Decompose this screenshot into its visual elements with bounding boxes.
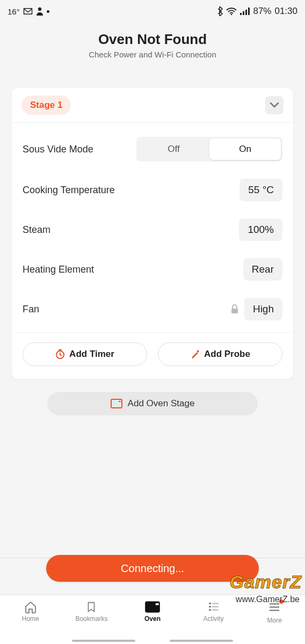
sous-vide-off[interactable]: Off bbox=[138, 138, 209, 160]
svg-rect-21 bbox=[270, 610, 279, 611]
svg-point-8 bbox=[197, 350, 199, 353]
sous-vide-row: Sous Vide Mode Off On bbox=[12, 123, 293, 171]
svg-rect-15 bbox=[209, 606, 211, 608]
svg-rect-17 bbox=[209, 609, 211, 611]
fan-value[interactable]: High bbox=[244, 298, 282, 320]
svg-rect-10 bbox=[119, 401, 121, 402]
status-battery: 87% bbox=[253, 6, 271, 17]
add-probe-button[interactable]: Add Probe bbox=[158, 342, 282, 366]
status-bar: 16° 87% 01:30 bbox=[0, 0, 305, 23]
add-timer-label: Add Timer bbox=[69, 349, 114, 360]
add-oven-stage-label: Add Oven Stage bbox=[128, 398, 195, 409]
add-probe-label: Add Probe bbox=[204, 349, 250, 360]
gmail-icon bbox=[23, 8, 33, 15]
card-footer: Add Timer Add Probe bbox=[12, 332, 293, 379]
svg-rect-2 bbox=[240, 13, 242, 15]
gesture-bar bbox=[72, 640, 233, 642]
bluetooth-icon bbox=[216, 6, 223, 16]
notification-dot-icon bbox=[47, 10, 49, 13]
status-time: 01:30 bbox=[274, 6, 297, 17]
svg-point-0 bbox=[38, 8, 41, 11]
heating-value[interactable]: Rear bbox=[243, 258, 282, 281]
cooking-temp-row: Cooking Temperature 55 °C bbox=[12, 171, 293, 211]
home-icon bbox=[24, 601, 38, 613]
nav-activity-label: Activity bbox=[204, 615, 224, 623]
nav-activity[interactable]: Activity bbox=[190, 601, 238, 623]
status-left: 16° bbox=[8, 7, 49, 16]
stage-header: Stage 1 bbox=[12, 88, 293, 123]
connecting-button[interactable]: Connecting... bbox=[46, 555, 259, 582]
svg-rect-11 bbox=[145, 602, 160, 613]
cooking-temp-value[interactable]: 55 °C bbox=[239, 179, 282, 201]
bookmark-icon bbox=[85, 601, 97, 613]
page-header: Oven Not Found Check Power and Wi-Fi Con… bbox=[0, 23, 305, 64]
status-temp: 16° bbox=[8, 7, 20, 16]
svg-rect-12 bbox=[156, 603, 159, 605]
fan-row: Fan High bbox=[12, 290, 293, 332]
svg-rect-13 bbox=[209, 603, 211, 604]
page-title: Oven Not Found bbox=[0, 31, 305, 48]
oven-nav-icon bbox=[144, 601, 161, 613]
svg-rect-4 bbox=[245, 10, 247, 15]
nav-bookmarks-label: Bookmarks bbox=[75, 615, 107, 623]
svg-rect-6 bbox=[231, 309, 238, 313]
nav-home[interactable]: Home bbox=[6, 601, 55, 623]
svg-rect-5 bbox=[248, 8, 250, 15]
svg-rect-14 bbox=[212, 603, 219, 604]
nav-more-label: More bbox=[267, 617, 282, 624]
nav-more-badge bbox=[267, 601, 281, 615]
collapse-button[interactable] bbox=[265, 96, 284, 114]
lock-icon bbox=[230, 304, 239, 314]
probe-icon bbox=[190, 349, 200, 359]
svg-point-1 bbox=[231, 13, 233, 15]
svg-rect-3 bbox=[243, 11, 244, 15]
stage-badge[interactable]: Stage 1 bbox=[21, 96, 71, 115]
activity-icon bbox=[207, 601, 220, 613]
nav-oven[interactable]: Oven bbox=[128, 601, 177, 623]
chevron-down-icon bbox=[270, 102, 279, 108]
svg-rect-20 bbox=[270, 606, 279, 608]
sous-vide-on[interactable]: On bbox=[209, 138, 281, 160]
nav-oven-label: Oven bbox=[144, 615, 161, 623]
heating-row: Heating Element Rear bbox=[12, 251, 293, 290]
add-oven-stage-button[interactable]: Add Oven Stage bbox=[47, 392, 258, 415]
person-icon bbox=[36, 7, 43, 16]
page-subtitle: Check Power and Wi-Fi Connection bbox=[0, 50, 305, 59]
svg-rect-18 bbox=[212, 609, 219, 611]
fan-label: Fan bbox=[23, 304, 39, 315]
connecting-label: Connecting... bbox=[121, 562, 184, 575]
steam-value[interactable]: 100% bbox=[239, 218, 282, 241]
menu-icon bbox=[267, 601, 281, 613]
svg-rect-16 bbox=[212, 606, 219, 608]
sous-vide-label: Sous Vide Mode bbox=[23, 144, 93, 155]
steam-row: Steam 100% bbox=[12, 211, 293, 251]
nav-bookmarks[interactable]: Bookmarks bbox=[67, 601, 115, 623]
signal-icon bbox=[240, 8, 250, 15]
nav-more[interactable]: More bbox=[250, 601, 299, 624]
bottom-nav: Home Bookmarks Oven Activity More bbox=[0, 595, 305, 644]
steam-label: Steam bbox=[23, 224, 50, 236]
oven-icon bbox=[111, 399, 122, 408]
nav-home-label: Home bbox=[22, 615, 39, 623]
svg-rect-9 bbox=[111, 399, 122, 408]
status-right: 87% 01:30 bbox=[216, 6, 297, 17]
stage-card: Stage 1 Sous Vide Mode Off On Cooking Te… bbox=[12, 88, 293, 379]
wifi-icon bbox=[226, 8, 237, 16]
heating-label: Heating Element bbox=[23, 264, 94, 275]
sous-vide-toggle[interactable]: Off On bbox=[136, 137, 282, 162]
timer-icon bbox=[55, 349, 65, 359]
cooking-temp-label: Cooking Temperature bbox=[23, 185, 115, 196]
svg-rect-19 bbox=[270, 603, 279, 605]
add-timer-button[interactable]: Add Timer bbox=[23, 342, 147, 366]
